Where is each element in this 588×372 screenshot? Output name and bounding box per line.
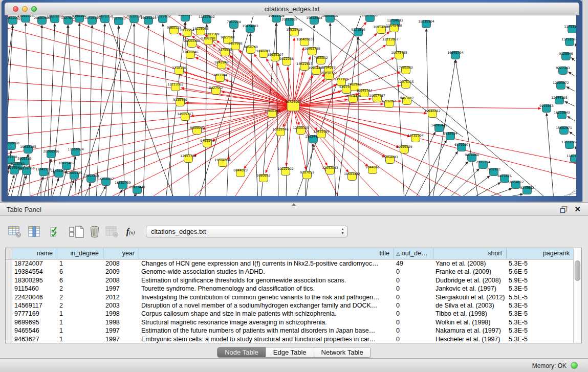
edge-arrowhead-icon <box>380 103 384 105</box>
graph-edge <box>193 37 291 104</box>
column-header-title[interactable]: title <box>139 248 394 259</box>
table-row[interactable]: 946362711997Embryonic stem cells: a mode… <box>6 335 581 343</box>
table-cell-name: 18724007 <box>12 259 57 268</box>
graph-edge <box>296 107 384 156</box>
column-header-year[interactable]: year <box>103 248 139 259</box>
table-cell-name: 14569117 <box>12 301 57 310</box>
graph-edge <box>567 102 575 106</box>
table-selector-dropdown[interactable]: citations_edges.txt ▲▼ <box>146 226 348 237</box>
graph-edge <box>20 177 26 196</box>
edge-arrowhead-icon <box>425 28 428 32</box>
column-header-pagerank[interactable]: pagerank <box>507 248 574 259</box>
edge-arrowhead-icon <box>249 33 252 36</box>
edge-arrowhead-icon <box>569 132 573 135</box>
close-panel-icon[interactable]: ✕ <box>574 205 581 214</box>
edge-arrowhead-icon <box>266 58 269 62</box>
table-cell-name: 22420046 <box>12 293 57 301</box>
graph-node-label: 12213382 <box>167 82 184 86</box>
graph-node-label: 16958107 <box>98 177 114 181</box>
graph-node-label: 14671358 <box>97 15 113 18</box>
table-cell-in_degree: 1 <box>57 310 103 318</box>
network-canvas[interactable]: 1961223414055724206914061065328715276026… <box>8 15 576 196</box>
select-columns-icon[interactable] <box>47 225 62 239</box>
table-row[interactable]: 1938455462009Genome-wide association stu… <box>6 268 581 276</box>
edge-arrowhead-icon <box>487 176 490 179</box>
graph-node-label: 7462665 <box>347 82 362 86</box>
table-cell-in_degree: 1 <box>57 326 103 335</box>
table-row[interactable]: 2242004622012Investigating the contribut… <box>6 293 581 301</box>
tab-network-table[interactable]: Network Table <box>314 347 371 357</box>
edge-arrowhead-icon <box>455 151 458 155</box>
graph-node-label: 2667608 <box>228 41 243 45</box>
table-cell-pagerank: 5.6E-5 <box>507 268 574 276</box>
graph-edge <box>547 115 553 196</box>
table-cell-title: Estimation of significance thresholds fo… <box>139 276 394 285</box>
table-row[interactable]: 969969511998Structural magnetic resonanc… <box>6 318 581 326</box>
edge-arrowhead-icon <box>568 72 572 75</box>
graph-node-label: 10654112 <box>508 180 524 184</box>
graph-node-label: 8135061 <box>11 162 25 165</box>
network-window-titlebar[interactable]: citations_edges.txt <box>5 3 579 15</box>
graph-node[interactable] <box>181 15 190 21</box>
table-cell-year: 2008 <box>103 259 139 268</box>
memory-ok-icon[interactable] <box>571 362 578 369</box>
graph-node-label: 10196529 <box>396 145 412 148</box>
edge-arrowhead-icon <box>575 43 576 47</box>
column-header-in_degree[interactable]: in_degree <box>57 248 103 259</box>
graph-node-label: 12213957 <box>382 37 399 41</box>
graph-node-label: 9463627 <box>400 96 414 100</box>
show-column-icon[interactable] <box>27 225 42 239</box>
graph-node-label: 14732394 <box>407 134 424 137</box>
table-row[interactable]: 1830029562008Estimation of significance … <box>6 276 581 285</box>
new-table-icon[interactable] <box>72 225 87 239</box>
graph-node-label: 9115460 <box>173 98 187 101</box>
table-row[interactable]: 1456911722003Disruption of a novel membe… <box>6 301 581 310</box>
function-builder-icon[interactable]: f(x) <box>123 225 138 239</box>
table-row[interactable]: 977716911998Corpus callosum shape and si… <box>6 310 581 318</box>
graph-node-label: 20876832 <box>362 15 378 17</box>
graph-node-label: 17016504 <box>561 140 576 144</box>
tab-node-table[interactable]: Node Table <box>217 347 266 357</box>
splitter-handle-icon[interactable] <box>292 203 296 206</box>
tab-edge-table[interactable]: Edge Table <box>266 347 314 357</box>
table-row[interactable]: 1872400712008Changes of HCN gene express… <box>6 259 581 268</box>
column-header-name[interactable]: name <box>12 248 57 259</box>
edge-arrowhead-icon <box>53 23 56 27</box>
table-cell-pagerank: 5.3E-5 <box>507 259 574 268</box>
graph-edge <box>100 188 105 196</box>
edge-arrowhead-icon <box>89 183 91 186</box>
graph-edge <box>266 109 292 172</box>
graph-node-label: 17957253 <box>83 174 99 178</box>
table-cell-year: 2008 <box>103 276 139 285</box>
network-window: citations_edges.txt 19612234140557242069… <box>2 0 582 202</box>
table-mode-icon[interactable] <box>7 225 23 239</box>
graph-node-label: 14569117 <box>177 112 193 116</box>
edge-arrowhead-icon <box>9 150 12 154</box>
edge-arrowhead-icon <box>509 188 512 191</box>
edge-arrowhead-icon <box>184 72 188 74</box>
graph-node-label: 10222102 <box>277 167 294 170</box>
table-cell-short: Nakamura et al. (1997) <box>433 326 507 335</box>
graph-node-label: 16210722 <box>321 71 337 75</box>
table-cell-title: Disruption of a novel member of a sodium… <box>139 301 394 310</box>
delete-column-icon <box>104 225 120 239</box>
scrollbar-thumb[interactable] <box>575 260 580 281</box>
graph-node-label: 9344662 <box>365 165 380 169</box>
table-toolbar: f(x) citations_edges.txt ▲▼ <box>6 223 582 241</box>
table-cell-title: Structural magnetic resonance image aver… <box>139 318 394 326</box>
table-panel: Table Panel ✕ f(x) <box>0 202 588 358</box>
column-header-short[interactable]: short <box>433 248 507 259</box>
float-panel-icon[interactable] <box>560 206 568 213</box>
table-cell-short: Tibbo et al. (1998) <box>433 310 507 318</box>
table-cell-year: 2009 <box>103 268 139 276</box>
table-row[interactable]: 946554611997Estimation of the future num… <box>6 326 581 335</box>
graph-node-label: 9860123 <box>167 26 181 29</box>
table-row[interactable]: 911546021997Tourette syndrome. Phenomeno… <box>6 285 581 293</box>
column-header-out_de[interactable]: △out_de… <box>394 248 433 259</box>
vertical-scrollbar[interactable] <box>573 248 581 343</box>
graph-node-label: 10946812 <box>424 109 441 113</box>
edge-arrowhead-icon <box>162 23 164 27</box>
graph-node-label: 12505135 <box>66 171 82 174</box>
delete-table-icon[interactable] <box>87 225 102 239</box>
graph-node-label: 9360852 <box>256 173 271 177</box>
